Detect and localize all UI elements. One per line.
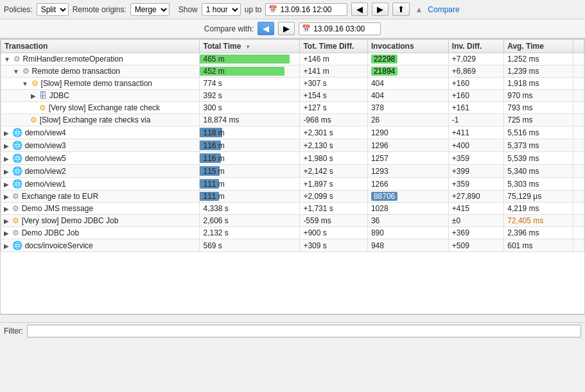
time-diff-value: +1,731 s bbox=[303, 204, 333, 213]
col-header-transaction[interactable]: Transaction bbox=[1, 40, 200, 53]
table-row[interactable]: ⚙ [Slow] Exchange rate checks via18,874 … bbox=[1, 114, 584, 126]
col-header-avg-time[interactable]: Avg. Time bbox=[504, 40, 573, 53]
total-time-cell: 118 m bbox=[200, 126, 300, 139]
expand-icon[interactable]: ▼ bbox=[13, 68, 19, 75]
expand-icon[interactable]: ▶ bbox=[4, 142, 9, 149]
compare-prev-button[interactable]: ◀ bbox=[258, 22, 274, 35]
invocations-cell: 1257 bbox=[367, 152, 448, 165]
time-diff-cell: -559 ms bbox=[300, 215, 368, 227]
table-row[interactable]: ▶ ⚙ Exchange rate to EUR111 m+2,099 s887… bbox=[1, 191, 584, 203]
avg-time-cell: 601 ms bbox=[504, 239, 573, 252]
expand-icon[interactable]: ▶ bbox=[31, 92, 36, 99]
expand-icon[interactable]: ▶ bbox=[4, 205, 9, 212]
transaction-name: Demo JDBC Job bbox=[22, 228, 79, 237]
total-time-value: 2,606 s bbox=[203, 216, 228, 225]
invocations-cell: 1296 bbox=[367, 139, 448, 152]
compare-calendar-icon: 📅 bbox=[302, 24, 311, 33]
total-time-cell: 2,132 s bbox=[200, 227, 300, 239]
col-header-invocations[interactable]: Invocations bbox=[367, 40, 448, 53]
inv-diff-value: +6,869 bbox=[452, 67, 476, 76]
table-row[interactable]: ▼ ⚙ Remote demo transaction452 m+141 m21… bbox=[1, 65, 584, 78]
transaction-cell: ▼ ⚙ [Slow] Remote demo transaction bbox=[1, 78, 200, 90]
table-row[interactable]: ▶ 🌐 demo/view3116 m+2,130 s1296+4005,373… bbox=[1, 139, 584, 152]
transaction-name: demo/view3 bbox=[25, 141, 66, 150]
avg-time-value: 75,129 μs bbox=[507, 192, 541, 201]
scrollbar-col bbox=[573, 139, 584, 152]
time-diff-cell: +1,980 s bbox=[300, 152, 368, 165]
time-diff-cell: +154 s bbox=[300, 90, 368, 102]
gear-icon: ⚙ bbox=[22, 67, 30, 76]
invocations-cell: 1266 bbox=[367, 178, 448, 191]
table-row[interactable]: ▶ 🌐 demo/view1111 m+1,897 s1266+3595,303… bbox=[1, 178, 584, 191]
table-row[interactable]: ▶ 🌐 docs/invoiceService569 s+309 s948+50… bbox=[1, 239, 584, 252]
time-diff-cell: +2,301 s bbox=[300, 126, 368, 139]
inv-diff-value: ±0 bbox=[452, 216, 460, 225]
table-row[interactable]: ⚙ [Very slow] Exchange rate check300 s+1… bbox=[1, 102, 584, 114]
transaction-name: RmiHandler.remoteOperation bbox=[23, 55, 123, 64]
col-header-inv-diff[interactable]: Inv. Diff. bbox=[448, 40, 503, 53]
transaction-name: [Slow] Remote demo transaction bbox=[41, 79, 152, 88]
table-row[interactable]: ▶ 🌐 demo/view4118 m+2,301 s1290+4115,516… bbox=[1, 126, 584, 139]
upload-button[interactable]: ⬆ bbox=[392, 3, 410, 16]
invocations-cell: 948 bbox=[367, 239, 448, 252]
expand-icon[interactable]: ▼ bbox=[4, 56, 10, 63]
table-row[interactable]: ▶ 🗄 JDBC392 s+154 s404+160970 ms bbox=[1, 90, 584, 102]
horizontal-scrollbar[interactable] bbox=[0, 314, 585, 322]
expand-icon[interactable]: ▶ bbox=[4, 155, 9, 162]
table-row[interactable]: ▼ ⚙ [Slow] Remote demo transaction774 s+… bbox=[1, 78, 584, 90]
inv-diff-cell: +369 bbox=[448, 227, 503, 239]
inv-diff-value: +509 bbox=[452, 241, 469, 250]
expand-icon[interactable]: ▶ bbox=[4, 217, 9, 225]
expand-icon[interactable]: ▶ bbox=[4, 193, 9, 200]
invocations-cell: 36 bbox=[367, 215, 448, 227]
table-row[interactable]: ▶ 🌐 demo/view2115 m+2,142 s1293+3995,340… bbox=[1, 165, 584, 178]
col-header-total-time[interactable]: Total Time ▼ bbox=[200, 40, 300, 53]
expand-icon[interactable]: ▶ bbox=[4, 230, 9, 237]
compare-label: Compare with: bbox=[204, 24, 254, 33]
time-diff-value: +1,897 s bbox=[303, 180, 333, 189]
remote-origins-select[interactable]: Merge bbox=[130, 3, 170, 16]
total-time-cell: 569 s bbox=[200, 239, 300, 252]
upto-date-field[interactable]: 13.09.16 12:00 bbox=[280, 5, 344, 14]
compare-date-field[interactable]: 13.09.16 03:00 bbox=[313, 24, 378, 33]
next-button[interactable]: ▶ bbox=[372, 3, 389, 16]
invocations-cell: 378 bbox=[367, 102, 448, 114]
expand-icon[interactable]: ▼ bbox=[22, 80, 28, 87]
scrollbar-col bbox=[573, 152, 584, 165]
avg-time-value: 1,252 ms bbox=[507, 55, 539, 64]
table-row[interactable]: ▶ ⚙ Demo JDBC Job2,132 s+900 s890+3692,3… bbox=[1, 227, 584, 239]
transaction-cell: ▶ ⚙ Exchange rate to EUR bbox=[1, 191, 200, 203]
time-diff-cell: +146 m bbox=[300, 53, 368, 65]
time-diff-value: +2,130 s bbox=[303, 141, 333, 150]
show-select[interactable]: 1 hour bbox=[202, 3, 241, 16]
expand-icon[interactable]: ▶ bbox=[4, 243, 9, 250]
col-header-time-diff[interactable]: Tot. Time Diff. bbox=[300, 40, 368, 53]
upto-date-input[interactable]: 📅 13.09.16 12:00 bbox=[265, 3, 347, 16]
avg-time-value: 72,405 ms bbox=[507, 216, 543, 225]
expand-icon[interactable]: ▶ bbox=[4, 168, 9, 175]
expand-icon[interactable]: ▶ bbox=[4, 130, 9, 137]
invocations-cell: 404 bbox=[367, 90, 448, 102]
scrollbar-col bbox=[573, 191, 584, 203]
policies-select[interactable]: Split bbox=[37, 3, 69, 16]
globe-icon: 🌐 bbox=[12, 166, 22, 176]
scrollbar-col bbox=[573, 239, 584, 252]
transaction-name: [Very slow] Exchange rate check bbox=[49, 103, 160, 112]
table-row[interactable]: ▶ ⚙ [Very slow] Demo JDBC Job2,606 s-559… bbox=[1, 215, 584, 227]
time-diff-value: -559 ms bbox=[303, 216, 331, 225]
table-row[interactable]: ▶ 🌐 demo/view5116 m+1,980 s1257+3595,539… bbox=[1, 152, 584, 165]
compare-link[interactable]: Compare bbox=[428, 5, 459, 14]
prev-button[interactable]: ◀ bbox=[351, 3, 368, 16]
filter-input[interactable] bbox=[27, 325, 581, 337]
invocations-cell: 21894 bbox=[367, 65, 448, 78]
expand-icon[interactable]: ▶ bbox=[4, 181, 9, 188]
table-row[interactable]: ▼ ⚙ RmiHandler.remoteOperation465 m+146 … bbox=[1, 53, 584, 65]
transaction-name: [Very slow] Demo JDBC Job bbox=[22, 216, 119, 225]
table-row[interactable]: ▶ ⚙ Demo JMS message4,338 s+1,731 s1028+… bbox=[1, 203, 584, 215]
compare-next-button[interactable]: ▶ bbox=[278, 22, 295, 35]
avg-time-cell: 793 ms bbox=[504, 102, 573, 114]
avg-time-cell: 75,129 μs bbox=[504, 191, 573, 203]
compare-date-input[interactable]: 📅 13.09.16 03:00 bbox=[299, 22, 381, 35]
transaction-name: demo/view4 bbox=[25, 128, 66, 137]
time-diff-value: +2,142 s bbox=[303, 167, 333, 176]
